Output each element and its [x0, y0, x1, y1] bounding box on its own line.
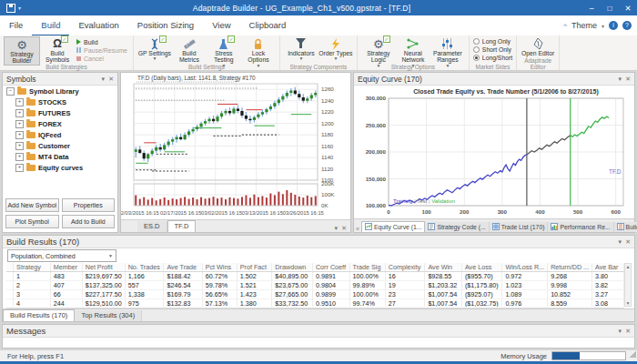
menu-item-evaluation[interactable]: Evaluation: [69, 15, 127, 35]
tree-item-equity-curves[interactable]: +Equity curves: [5, 162, 116, 173]
tree-expand-icon[interactable]: +: [15, 142, 24, 150]
add-new-symbol-button[interactable]: Add New Symbol: [5, 198, 59, 212]
equity-tab-performance-re[interactable]: Performance Re...: [548, 222, 613, 232]
column-header-drawdown[interactable]: Drawdown: [272, 263, 313, 272]
tree-item-symbol-library[interactable]: −Symbol Library: [5, 86, 116, 96]
build-symbols-button[interactable]: Ω✓ Build Symbols: [40, 36, 75, 64]
indicators-button[interactable]: Indicators▼: [284, 36, 318, 62]
vertical-scrollbar[interactable]: ▲▼: [624, 263, 632, 307]
tree-item-label: FUTURES: [38, 109, 70, 117]
tree-item-forex[interactable]: +FOREX: [5, 118, 116, 129]
table-row[interactable]: 366$227,177.501,338$169.7956.65%1.423$27…: [6, 290, 624, 299]
tree-expand-icon[interactable]: +: [15, 153, 24, 161]
tree-expand-icon[interactable]: +: [15, 131, 24, 139]
column-header-member[interactable]: Member: [50, 263, 82, 272]
build-button[interactable]: Build: [76, 38, 127, 46]
open-editor-button[interactable]: Open Editor: [521, 36, 555, 56]
column-header-trade-sig[interactable]: Trade Sig: [349, 263, 385, 272]
panel-menu-caret-icon[interactable]: ▾: [619, 236, 622, 248]
order-types-button[interactable]: Order Types▼: [318, 36, 353, 62]
resize-grip-icon[interactable]: [630, 351, 636, 358]
check-badge-icon: ✓: [228, 35, 235, 43]
collapse-ribbon-icon[interactable]: ^: [563, 22, 567, 30]
scroll-down-icon[interactable]: ▼: [626, 300, 631, 306]
panel-close-icon[interactable]: ✕: [625, 236, 631, 248]
column-header-ave-loss[interactable]: Ave Loss: [461, 263, 501, 272]
build-metrics-button[interactable]: Build Metrics: [172, 36, 207, 64]
equity-tab-trade-list-170[interactable]: Trade List (170): [490, 222, 549, 232]
gp-settings-button[interactable]: ✓ GP Settings▼: [137, 36, 172, 62]
column-header-no-trades[interactable]: No. Trades: [125, 263, 164, 272]
results-tab-top-results-304[interactable]: Top Results (304): [75, 310, 142, 321]
tree-item-futures[interactable]: +FUTURES: [5, 107, 116, 118]
results-tab-build-results-170[interactable]: Build Results (170): [3, 309, 75, 321]
tree-expand-icon[interactable]: +: [15, 164, 24, 172]
tree-item-customer[interactable]: +Customer: [5, 140, 116, 151]
close-button[interactable]: ✕: [619, 0, 637, 15]
tree-expand-icon[interactable]: +: [15, 120, 24, 128]
chart-tab-tf-d[interactable]: TF.D: [167, 220, 197, 232]
tabbar-caret-icon[interactable]: ▾: [335, 225, 339, 232]
panel-close-icon[interactable]: ✕: [108, 73, 114, 85]
column-header-net-profit[interactable]: Net Profit: [82, 263, 125, 272]
svg-text:TF.D (Daily bars), Last: 1141.: TF.D (Daily bars), Last: 1141.8, Strateg…: [137, 75, 256, 82]
column-header-complexity[interactable]: Complexity: [385, 263, 425, 272]
column-header-return-dd[interactable]: Return/DD ...: [548, 263, 592, 272]
menu-item-view[interactable]: View: [203, 15, 239, 35]
strategy-builder-button[interactable]: ⚙ Strategy Builder: [4, 36, 40, 66]
column-header-ave-trade[interactable]: Ave Trade: [164, 263, 202, 272]
panel-close-icon[interactable]: ✕: [625, 325, 631, 337]
menu-item-clipboard[interactable]: Clipboard: [240, 15, 296, 35]
panel-menu-caret-icon[interactable]: ▾: [102, 73, 106, 85]
table-row[interactable]: 2407$137,325.00557$246.5459.78%1.521$23,…: [6, 281, 624, 290]
panel-close-icon[interactable]: ✕: [625, 73, 631, 85]
theme-caret-icon[interactable]: ▾: [602, 23, 604, 29]
column-header-ave-win[interactable]: Ave Win: [425, 263, 462, 272]
panel-menu-caret-icon[interactable]: ▾: [619, 73, 622, 85]
theme-button[interactable]: Theme: [571, 21, 597, 30]
radio-short-only[interactable]: Short Only: [473, 46, 512, 54]
tree-item-iqfeed[interactable]: +IQFeed: [5, 129, 116, 140]
equity-chart[interactable]: Closed Trade Equity vs. Trade Number (5/…: [354, 86, 634, 221]
properties-button[interactable]: Properties: [62, 198, 116, 212]
tree-expand-icon[interactable]: +: [15, 98, 24, 106]
menu-item-position-sizing[interactable]: Position Sizing: [128, 15, 203, 35]
cancel-button[interactable]: Cancel: [76, 55, 127, 62]
tab-scroll-left-icon[interactable]: «: [354, 226, 361, 232]
plot-symbol-button[interactable]: Plot Symbol: [5, 215, 59, 228]
population-dropdown[interactable]: Population, Combined▼: [7, 249, 116, 262]
column-header-strategy[interactable]: Strategy: [14, 263, 51, 272]
equity-panel-header: Equity Curve (170) ▾✕: [354, 73, 634, 86]
column-header-pct-wins[interactable]: Pct Wins: [202, 263, 237, 272]
equity-tab-equity-curve-1[interactable]: Equity Curve (1...: [361, 221, 426, 232]
scroll-up-icon[interactable]: ▲: [626, 264, 631, 269]
column-header-win-loss-r[interactable]: Win/Loss R...: [502, 263, 548, 272]
pause-resume-button[interactable]: Pause/Resume: [76, 46, 127, 54]
tree-expand-icon[interactable]: +: [15, 109, 24, 117]
tabbar-close-icon[interactable]: ✕: [341, 225, 347, 232]
equity-tab-strategy-code[interactable]: Strategy Code (...: [425, 222, 489, 232]
column-header-prof-fact[interactable]: Prof Fact: [237, 263, 272, 272]
radio-long-short[interactable]: Long/Short: [473, 54, 512, 62]
price-chart[interactable]: 126012401220120011801160114011201100200K…: [121, 73, 350, 220]
menu-item-build[interactable]: Build: [32, 15, 69, 36]
menu-item-file[interactable]: File: [0, 15, 32, 35]
panel-menu-caret-icon[interactable]: ▾: [619, 325, 622, 337]
column-header-corr-coeff[interactable]: Corr Coeff: [312, 263, 349, 272]
about-icon[interactable]: i: [609, 21, 618, 30]
chart-tab-es-d[interactable]: ES.D: [137, 221, 167, 232]
equity-tab-build-report-1[interactable]: Build Report (1...: [614, 222, 637, 232]
column-header-ave-bar[interactable]: Ave Bar: [592, 263, 624, 272]
add-to-build-button[interactable]: Add to Build: [62, 215, 116, 228]
help-icon[interactable]: ?: [622, 21, 632, 30]
tree-item-stocks[interactable]: +STOCKS: [5, 96, 116, 107]
tree-item-mt4-data[interactable]: +MT4 Data: [5, 151, 116, 162]
adaptrade-builder-window: { "colors":{"titlebar":"#2a6cb4","accent…: [0, 0, 637, 364]
table-row[interactable]: 1483$219,697.501,166$188.4260.72%1.502$4…: [6, 272, 624, 281]
maximize-button[interactable]: □: [601, 0, 619, 15]
tree-expand-icon[interactable]: −: [6, 87, 15, 96]
minimize-button[interactable]: –: [582, 0, 601, 15]
save-icon[interactable]: [6, 4, 15, 13]
table-row[interactable]: 4244$129,510.00975$132.8357.13%1.380$33,…: [6, 299, 624, 308]
radio-long-only[interactable]: Long Only: [473, 37, 512, 46]
